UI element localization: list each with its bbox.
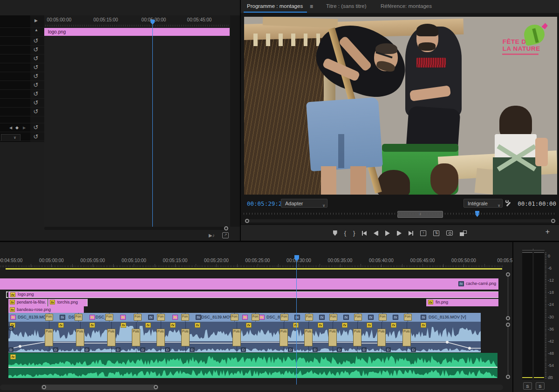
fx-badge[interactable]: fx <box>393 315 398 320</box>
video-transition[interactable]: Fon <box>280 314 288 321</box>
audio-transition[interactable]: Puis <box>181 329 190 346</box>
clip-bandeau-rose[interactable]: fx bandeau-rose.png <box>8 306 84 313</box>
current-timecode[interactable]: 00:05:29:22 <box>247 200 286 207</box>
fx-badge[interactable]: fx <box>195 323 200 328</box>
play-icon[interactable] <box>385 230 390 237</box>
video-track-v1[interactable]: DSC_8139.MOV [DSCDSC_DSC_8139.MOV [DSC_8… <box>8 313 481 322</box>
ruler-label[interactable]: 00:05:25:00 <box>245 258 270 263</box>
vscroll-handle[interactable] <box>506 272 510 277</box>
audio-transition[interactable]: Puis <box>402 329 411 346</box>
audio-transition[interactable]: Puis <box>304 329 313 346</box>
extract-icon[interactable]: ⇅ <box>433 230 439 237</box>
collapse-icon[interactable]: ▲ <box>34 28 38 32</box>
audio-transition[interactable]: Puis <box>45 329 53 346</box>
fx-badge[interactable]: fx <box>196 315 201 320</box>
clip-torchis[interactable]: fx torchis.png <box>48 299 88 306</box>
video-transition[interactable]: Fon <box>404 314 412 321</box>
tab-programme[interactable]: Programme : montages <box>247 3 303 9</box>
audio-vertical-scrollbar[interactable] <box>507 324 509 377</box>
scrollbar-thumb[interactable] <box>41 385 158 390</box>
reset-parameter-icon[interactable]: ↺ <box>33 55 39 61</box>
export-frame-icon[interactable] <box>446 230 453 237</box>
clip-fin[interactable]: fx fin.png <box>426 299 498 306</box>
video-transition[interactable]: Fon <box>75 314 82 321</box>
reset-parameter-icon[interactable]: ↺ <box>33 91 39 97</box>
ruler-label[interactable]: 00:05:45:00 <box>410 258 435 263</box>
fx-badge[interactable]: fx <box>391 323 396 328</box>
fx-badge[interactable]: fx <box>58 323 64 328</box>
fx-badge[interactable]: fx <box>342 323 348 328</box>
reset-parameter-icon[interactable]: ↺ <box>33 82 39 88</box>
vscroll-handle[interactable] <box>506 323 510 327</box>
audio-transition[interactable]: Puis <box>107 329 116 346</box>
playback-resolution-dropdown[interactable]: Intégrale ∨ <box>464 199 503 208</box>
audio-transition[interactable]: Puis <box>76 329 84 346</box>
timeline-ruler[interactable]: 00:04:55:0000:05:00:0000:05:05:0000:05:1… <box>0 255 503 268</box>
mark-in-icon[interactable]: { <box>344 230 346 237</box>
go-to-in-icon[interactable] <box>362 230 367 237</box>
effect-horizontal-scrollbar[interactable] <box>44 227 229 230</box>
reset-parameter-icon[interactable]: ↺ <box>33 47 39 53</box>
effect-playhead-line[interactable] <box>152 20 153 227</box>
video-transition[interactable]: Fon <box>305 314 313 321</box>
solo-button-right[interactable]: S <box>536 382 545 390</box>
video-transition[interactable]: Fon <box>379 314 387 321</box>
scrollbar-handle-left[interactable] <box>42 385 46 389</box>
effect-timeline-ruler[interactable]: 00:05:00:0000:05:15:0000:05:30:0000:05:4… <box>44 15 230 27</box>
fx-badge[interactable]: fx <box>242 315 248 320</box>
tab-reference[interactable]: Référence: montages <box>381 3 432 9</box>
effect-clip-bar[interactable]: logo.png <box>44 28 230 36</box>
go-to-out-icon[interactable] <box>409 230 413 237</box>
fx-badge[interactable]: fx <box>10 300 15 304</box>
video-transition[interactable]: Fon <box>157 314 165 321</box>
comparison-view-icon[interactable] <box>460 230 467 237</box>
export-icon[interactable]: ↗ <box>222 232 229 238</box>
reset-parameter-icon[interactable]: ↺ <box>33 134 39 140</box>
scrollbar-handle-right[interactable] <box>551 219 555 223</box>
ruler-label[interactable]: 00:05:5 <box>497 258 512 263</box>
fx-badge[interactable]: fx <box>50 300 55 304</box>
mark-out-icon[interactable]: } <box>353 230 355 237</box>
video-transition[interactable]: Fon <box>354 314 362 321</box>
ruler-label[interactable]: 00:05:20:00 <box>204 258 229 263</box>
fx-badge[interactable]: fx <box>428 300 433 304</box>
video-transition[interactable]: Fon <box>181 314 189 321</box>
fx-badge[interactable]: fx <box>458 281 464 286</box>
reset-parameter-icon[interactable]: ↺ <box>33 108 39 115</box>
ruler-label[interactable]: 00:05:05:00 <box>81 258 105 263</box>
fx-badge[interactable]: fx <box>10 354 16 359</box>
step-back-icon[interactable] <box>374 230 378 237</box>
add-marker-icon[interactable] <box>333 230 337 237</box>
selection-handle[interactable] <box>6 291 8 298</box>
fx-badge[interactable]: fx <box>259 315 265 320</box>
ruler-label[interactable]: 00:04:55:00 <box>0 258 22 263</box>
zoom-level-dropdown[interactable]: Adapter ∨ <box>281 199 327 208</box>
fx-badge[interactable]: fx <box>367 323 372 328</box>
video-preview[interactable]: FÊTE DE LA NATURE <box>244 17 557 195</box>
scrollbar-handle[interactable] <box>224 226 228 230</box>
ruler-label[interactable]: 00:05:10:00 <box>122 258 146 263</box>
video-vertical-scrollbar[interactable] <box>507 274 509 318</box>
video-transition[interactable]: Fon <box>134 314 142 321</box>
fx-badge[interactable]: fx <box>293 323 299 328</box>
clip-cache-carre[interactable]: fx cache-carré.png <box>0 278 498 290</box>
solo-button-left[interactable]: S <box>523 382 532 390</box>
reset-parameter-icon[interactable]: ↺ <box>33 38 39 44</box>
fx-badge[interactable]: fx <box>319 315 325 320</box>
add-keyframe-icon[interactable]: ◆ <box>15 125 19 130</box>
step-forward-icon[interactable] <box>397 230 402 237</box>
fx-badge[interactable]: fx <box>89 323 95 328</box>
fx-badge[interactable]: fx <box>10 307 15 312</box>
audio-transition[interactable]: Puis <box>353 329 361 346</box>
next-keyframe-icon[interactable]: ▶ <box>23 126 26 130</box>
tab-titre[interactable]: Titre : (sans titre) <box>326 3 366 9</box>
audio-transition[interactable]: Puis <box>157 329 165 346</box>
monitor-scrollbar[interactable] <box>245 219 556 223</box>
ruler-label[interactable]: 00:05:35:00 <box>328 258 353 263</box>
settings-wrench-icon[interactable] <box>504 200 512 207</box>
fx-badge[interactable]: fx <box>172 315 178 320</box>
ruler-label[interactable]: 00:05:40:00 <box>369 258 394 263</box>
audio-transition[interactable]: Puis <box>132 329 140 346</box>
button-editor-plus-icon[interactable]: + <box>545 228 550 236</box>
video-transition[interactable]: Fon <box>252 314 259 321</box>
